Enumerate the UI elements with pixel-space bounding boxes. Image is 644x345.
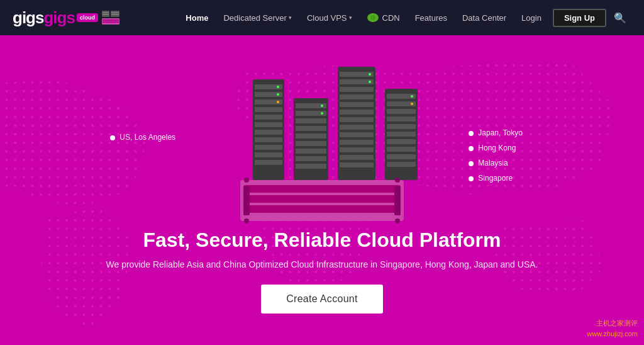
location-hk: Hong Kong [469, 144, 516, 152]
svg-point-53 [369, 73, 371, 76]
svg-rect-69 [243, 185, 401, 193]
svg-rect-64 [387, 154, 416, 159]
nav-features[interactable]: Features [409, 9, 453, 26]
location-dot-us [110, 135, 115, 140]
logo-gigs1: gigs [13, 8, 43, 27]
main-nav: Home Dedicated Server ▾ Cloud VPS ▾ CDN … [179, 8, 631, 28]
location-malaysia: Malaysia [469, 159, 508, 167]
svg-rect-21 [255, 145, 282, 150]
svg-rect-17 [255, 115, 282, 120]
logo-cloud-badge: cloud [77, 13, 98, 22]
svg-point-25 [277, 93, 279, 96]
svg-point-75 [395, 178, 400, 183]
svg-rect-62 [387, 139, 416, 144]
svg-rect-49 [340, 140, 374, 145]
create-account-button[interactable]: Create Account [261, 285, 383, 314]
location-us: US, Los Angeles [110, 133, 175, 142]
svg-rect-73 [243, 186, 250, 215]
svg-rect-50 [340, 147, 374, 152]
svg-rect-70 [243, 195, 401, 203]
svg-rect-43 [340, 94, 374, 99]
svg-rect-16 [255, 107, 282, 112]
logo-gigs2: gigs [43, 8, 74, 27]
nav-data-center[interactable]: Data Center [456, 9, 513, 26]
svg-rect-32 [296, 133, 326, 139]
header: gigsgigs cloud Home Dedicated Server ▾ C… [0, 0, 644, 35]
svg-point-37 [321, 105, 323, 107]
nav-login[interactable]: Login [515, 9, 548, 26]
chevron-down-icon: ▾ [349, 14, 352, 21]
svg-rect-40 [340, 72, 374, 77]
svg-point-54 [369, 81, 371, 83]
svg-rect-5 [111, 14, 119, 15]
svg-rect-46 [340, 117, 374, 122]
hero-text-block: Fast, Secure, Reliable Cloud Platform We… [0, 229, 644, 314]
hero-subtitle: We provide Reliable Asia and China Optim… [13, 259, 631, 269]
svg-rect-8 [103, 21, 119, 23]
cdn-leaf-icon [367, 13, 379, 22]
nav-cloud-vps[interactable]: Cloud VPS ▾ [301, 9, 358, 26]
svg-rect-48 [340, 132, 374, 137]
svg-rect-45 [340, 110, 374, 115]
svg-rect-59 [387, 116, 416, 122]
search-icon[interactable]: 🔍 [609, 8, 631, 28]
watermark-line2: www.zhujizj.com [587, 329, 638, 339]
svg-rect-34 [296, 149, 326, 154]
svg-rect-22 [255, 152, 282, 157]
svg-rect-52 [340, 162, 374, 167]
hero-title: Fast, Secure, Reliable Cloud Platform [13, 229, 631, 252]
svg-rect-51 [340, 155, 374, 160]
svg-rect-61 [387, 132, 416, 137]
svg-rect-1 [103, 12, 109, 13]
logo[interactable]: gigsgigs cloud [13, 8, 119, 28]
hero-section: US, Los Angeles Japan, Tokyo Hong Kong M… [0, 35, 644, 345]
watermark: 主机之家测评 www.zhujizj.com [587, 318, 638, 339]
logo-server-icon [102, 11, 119, 25]
svg-rect-72 [394, 186, 401, 215]
nav-cdn[interactable]: CDN [361, 9, 406, 26]
svg-rect-36 [296, 164, 326, 169]
svg-rect-63 [387, 147, 416, 152]
svg-point-74 [244, 178, 249, 183]
watermark-line1: 主机之家测评 [587, 318, 638, 329]
nav-home[interactable]: Home [179, 9, 214, 26]
svg-rect-30 [296, 118, 326, 123]
chevron-down-icon: ▾ [289, 14, 292, 21]
svg-rect-42 [340, 87, 374, 92]
svg-rect-2 [103, 14, 109, 15]
svg-rect-47 [340, 125, 374, 130]
svg-rect-4 [111, 12, 119, 13]
svg-rect-33 [296, 141, 326, 146]
signup-button[interactable]: Sign Up [553, 9, 606, 27]
svg-point-24 [277, 86, 279, 88]
svg-rect-35 [296, 156, 326, 161]
svg-rect-7 [103, 20, 119, 21]
svg-rect-44 [340, 102, 374, 107]
svg-rect-65 [387, 162, 416, 167]
svg-rect-58 [387, 109, 416, 114]
svg-rect-60 [387, 124, 416, 129]
svg-rect-18 [255, 122, 282, 127]
svg-rect-23 [255, 160, 282, 165]
svg-point-67 [411, 103, 413, 105]
location-japan: Japan, Tokyo [469, 128, 523, 137]
svg-point-38 [321, 112, 323, 115]
nav-dedicated-server[interactable]: Dedicated Server ▾ [217, 9, 297, 26]
svg-point-66 [411, 95, 413, 98]
server-illustration [171, 54, 473, 230]
svg-rect-31 [296, 126, 326, 131]
svg-rect-20 [255, 137, 282, 142]
location-singapore: Singapore [469, 174, 513, 183]
svg-rect-19 [255, 130, 282, 135]
svg-point-76 [244, 218, 249, 223]
svg-rect-71 [243, 205, 401, 213]
svg-point-26 [277, 101, 279, 103]
svg-point-77 [395, 218, 400, 223]
svg-rect-41 [340, 79, 374, 84]
